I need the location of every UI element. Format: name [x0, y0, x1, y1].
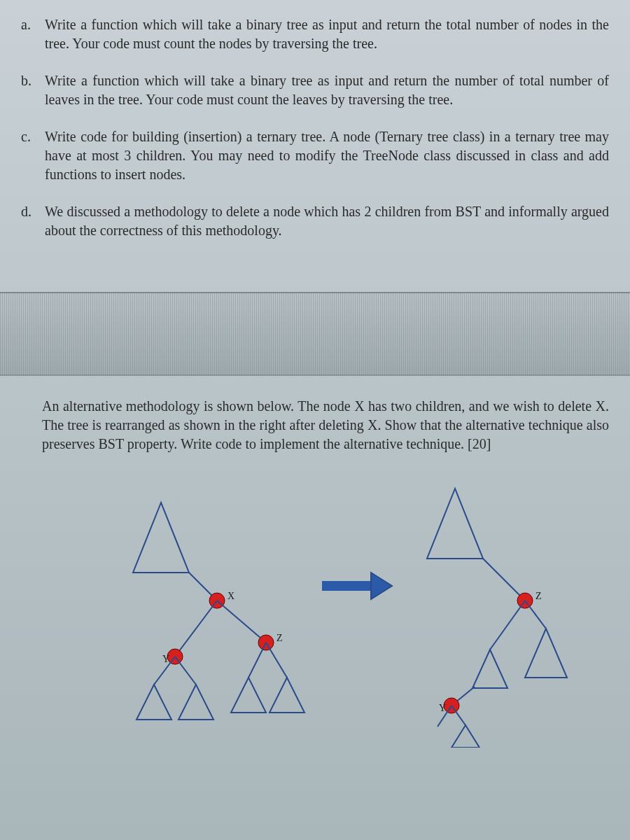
tree-edge: [490, 601, 525, 650]
triangle-icon: [270, 678, 304, 713]
triangle-icon: [525, 629, 567, 678]
triangle-icon: [427, 489, 483, 559]
question-marker: d.: [21, 202, 45, 221]
arrow-icon: [322, 573, 392, 599]
triangle-icon: [136, 685, 172, 720]
tree-edge: [525, 601, 546, 629]
triangle-icon: [451, 725, 479, 748]
question-marker: b.: [21, 71, 45, 90]
tree-edge: [266, 643, 287, 678]
page-upper: a. Write a function which will take a bi…: [0, 0, 630, 279]
question-list: a. Write a function which will take a bi…: [21, 15, 609, 240]
tree-edge: [217, 601, 266, 643]
bst-delete-svg: X Y Z Z: [42, 482, 588, 748]
triangle-icon: [133, 503, 189, 573]
svg-rect-0: [322, 581, 371, 591]
alternative-method-paragraph: An alternative methodology is shown belo…: [0, 376, 630, 461]
question-text: Write a function which will take a binar…: [45, 15, 609, 53]
question-text: Write code for building (insertion) a te…: [45, 127, 609, 184]
question-item-c: c. Write code for building (insertion) a…: [21, 127, 609, 184]
question-item-a: a. Write a function which will take a bi…: [21, 15, 609, 53]
tree-edge: [175, 657, 196, 685]
node-label-z: Z: [276, 633, 283, 643]
tree-edge: [248, 643, 266, 678]
svg-marker-1: [371, 573, 392, 599]
triangle-icon: [231, 678, 266, 713]
question-text: We discussed a methodology to delete a n…: [45, 202, 609, 240]
question-marker: c.: [21, 127, 45, 146]
bst-delete-diagram: X Y Z Z: [0, 482, 630, 748]
question-item-d: d. We discussed a methodology to delete …: [21, 202, 609, 240]
triangle-icon: [178, 685, 214, 720]
node-label-z-right: Z: [536, 591, 542, 601]
triangle-icon: [472, 650, 507, 688]
question-item-b: b. Write a function which will take a bi…: [21, 71, 609, 109]
node-label-y-right: Y: [439, 703, 446, 713]
question-marker: a.: [21, 15, 45, 34]
alternative-method-text: An alternative methodology is shown belo…: [42, 398, 609, 451]
question-text: Write a function which will take a binar…: [45, 71, 609, 109]
tree-edge: [175, 601, 217, 657]
node-label-x: X: [227, 591, 234, 601]
node-label-y: Y: [162, 654, 169, 664]
tree-edge: [483, 559, 525, 601]
page-separator-band: [0, 292, 630, 376]
